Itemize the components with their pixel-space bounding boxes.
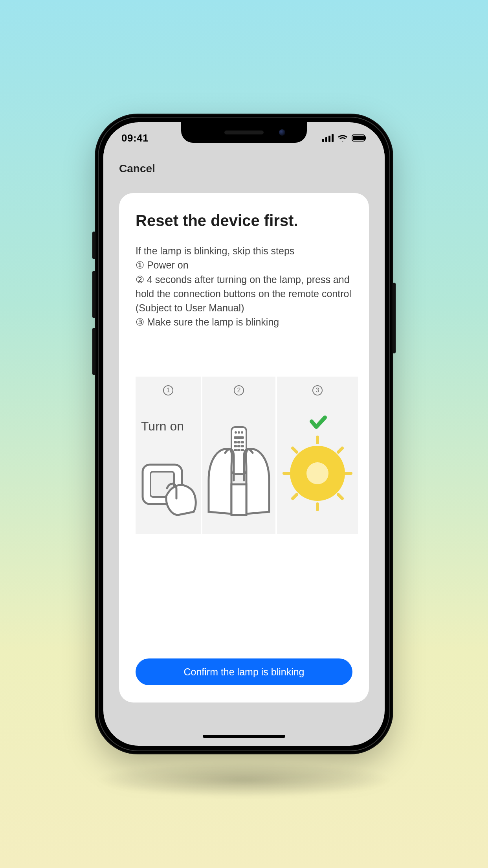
mute-switch [92, 232, 95, 259]
svg-rect-11 [237, 441, 240, 443]
svg-point-8 [241, 431, 243, 434]
step-number-2: 2 [234, 385, 244, 395]
step-number-1: 1 [163, 385, 173, 395]
lamp-blinking-icon [280, 414, 355, 518]
svg-rect-16 [234, 449, 237, 451]
step-1-label: Turn on [141, 419, 184, 434]
step-tile-1: 1 Turn on [136, 377, 201, 534]
speaker-icon [224, 131, 264, 134]
svg-rect-2 [365, 136, 366, 140]
remote-hold-icon [205, 425, 272, 517]
battery-icon [352, 134, 367, 142]
phone-shadow [95, 762, 393, 798]
switch-press-icon [139, 461, 198, 517]
confirm-button-label: Confirm the lamp is blinking [183, 666, 304, 678]
svg-rect-14 [237, 445, 240, 447]
card-body-step1: ① Power on [136, 258, 352, 272]
svg-rect-9 [234, 436, 244, 439]
card-body-step2: ② 4 seconds after turning on the lamp, p… [136, 272, 352, 315]
instruction-card: Reset the device first. If the lamp is b… [119, 193, 369, 702]
svg-rect-19 [231, 484, 246, 515]
step-tile-2: 2 [202, 377, 275, 534]
notch [181, 122, 307, 143]
card-title: Reset the device first. [136, 212, 352, 230]
step-number-3: 3 [312, 385, 323, 395]
cancel-button[interactable]: Cancel [119, 162, 155, 175]
svg-rect-18 [241, 449, 244, 451]
svg-point-6 [235, 431, 237, 434]
wifi-icon [338, 134, 348, 142]
step-tile-3: 3 [277, 377, 358, 534]
svg-line-26 [338, 448, 342, 452]
svg-rect-15 [241, 445, 244, 447]
volume-down [92, 328, 95, 375]
svg-point-7 [238, 431, 240, 434]
card-body-step3: ③ Make sure the lamp is blinking [136, 315, 352, 329]
svg-line-27 [293, 495, 297, 498]
phone-frame: 09:41 Cancel Reset the device f [95, 114, 393, 754]
nav-bar: Cancel [103, 151, 385, 187]
svg-rect-1 [353, 136, 364, 140]
svg-rect-13 [234, 445, 237, 447]
cellular-icon [322, 134, 334, 142]
svg-rect-10 [234, 441, 237, 443]
home-indicator[interactable] [203, 735, 285, 738]
svg-rect-17 [237, 449, 240, 451]
front-camera-icon [279, 129, 285, 136]
svg-line-25 [338, 495, 342, 498]
svg-point-29 [306, 462, 328, 484]
screen: 09:41 Cancel Reset the device f [103, 122, 385, 746]
svg-rect-12 [241, 441, 244, 443]
confirm-button[interactable]: Confirm the lamp is blinking [136, 658, 352, 685]
illustration-row: 1 Turn on 2 [136, 377, 352, 534]
status-time: 09:41 [121, 132, 149, 144]
card-body-intro: If the lamp is blinking, skip this steps [136, 244, 352, 258]
power-button [393, 283, 396, 353]
svg-line-24 [293, 448, 297, 452]
volume-up [92, 271, 95, 318]
